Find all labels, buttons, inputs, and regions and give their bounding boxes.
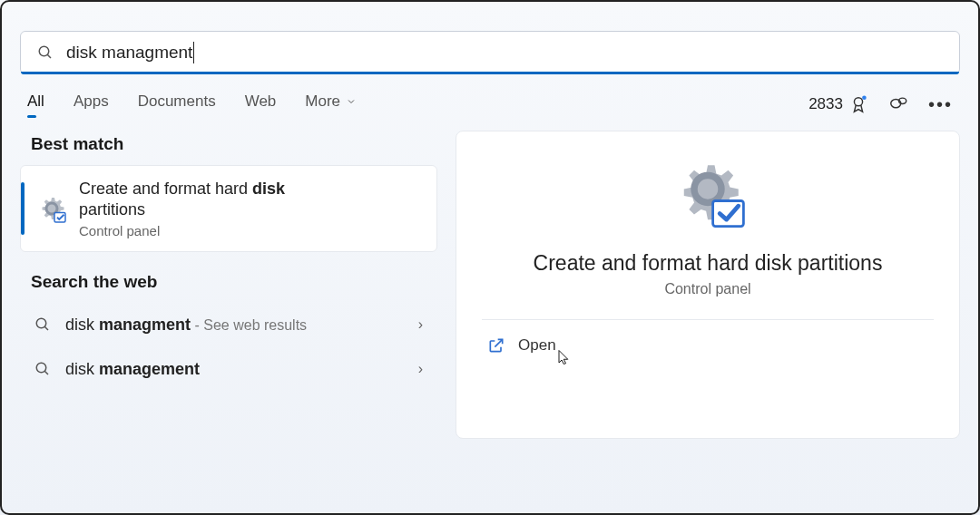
open-external-icon <box>487 336 505 355</box>
rewards-points[interactable]: 2833 <box>808 94 868 114</box>
chevron-down-icon <box>346 96 357 107</box>
web-result-text: disk managment - See web results <box>65 316 307 335</box>
open-action[interactable]: Open <box>487 336 556 355</box>
chevron-right-icon: › <box>418 361 423 377</box>
tab-documents-label: Documents <box>138 92 216 111</box>
top-right-controls: 2833 ••• <box>808 94 953 115</box>
text-caret <box>193 42 194 63</box>
tab-all-label: All <box>27 92 44 111</box>
search-query-text: disk managment <box>66 43 192 63</box>
best-match-heading: Best match <box>31 134 426 154</box>
chevron-right-icon: › <box>418 316 423 333</box>
tab-apps-label: Apps <box>74 92 109 111</box>
web-result-item[interactable]: disk management › <box>20 347 437 392</box>
tab-more[interactable]: More <box>305 92 357 116</box>
results-left-column: Best match Create and format hard disk p… <box>20 131 437 439</box>
mouse-cursor-icon <box>556 349 573 369</box>
best-match-subtitle: Control panel <box>79 223 285 238</box>
search-icon <box>37 44 54 61</box>
tab-apps[interactable]: Apps <box>74 92 109 116</box>
tab-more-label: More <box>305 92 340 111</box>
web-result-item[interactable]: disk managment - See web results › <box>20 303 437 347</box>
gear-check-icon <box>667 153 749 235</box>
preview-panel: Create and format hard disk partitions C… <box>456 131 960 439</box>
web-result-text: disk management <box>65 360 200 379</box>
tab-all[interactable]: All <box>27 92 44 116</box>
search-input[interactable]: disk managment <box>66 42 943 63</box>
rewards-points-value: 2833 <box>808 95 843 113</box>
tab-documents[interactable]: Documents <box>138 92 216 116</box>
divider <box>482 319 935 320</box>
tab-web[interactable]: Web <box>245 92 277 116</box>
svg-line-8 <box>44 327 48 331</box>
svg-line-10 <box>44 372 48 375</box>
search-icon <box>34 316 51 333</box>
best-match-title-line2: partitions <box>79 200 145 219</box>
svg-point-0 <box>39 46 49 56</box>
best-match-title-bold: disk <box>252 180 285 198</box>
best-match-text: Create and format hard disk partitions C… <box>79 179 285 238</box>
preview-title: Create and format hard disk partitions <box>534 251 883 276</box>
tab-web-label: Web <box>245 92 277 111</box>
open-label: Open <box>518 336 556 355</box>
best-match-result[interactable]: Create and format hard disk partitions C… <box>20 165 437 252</box>
filter-tabs: All Apps Documents Web More <box>27 92 357 116</box>
svg-point-3 <box>862 95 867 100</box>
svg-rect-6 <box>54 212 65 222</box>
svg-line-1 <box>47 54 51 58</box>
results-area: Best match Create and format hard disk p… <box>20 131 960 439</box>
svg-point-7 <box>36 319 46 329</box>
web-results-list: disk managment - See web results › disk … <box>20 303 437 392</box>
gear-icon <box>35 192 68 225</box>
search-bar[interactable]: disk managment <box>20 31 960 74</box>
preview-subtitle: Control panel <box>664 281 750 297</box>
best-match-title-prefix: Create and format hard <box>79 180 252 198</box>
chat-icon[interactable] <box>888 94 908 114</box>
svg-point-2 <box>854 98 862 106</box>
filter-tab-row: All Apps Documents Web More 2833 ••• <box>27 92 953 116</box>
search-web-heading: Search the web <box>31 272 426 292</box>
svg-point-9 <box>36 364 46 374</box>
more-options-button[interactable]: ••• <box>928 94 953 115</box>
medal-icon <box>848 94 868 114</box>
search-icon <box>34 361 51 377</box>
